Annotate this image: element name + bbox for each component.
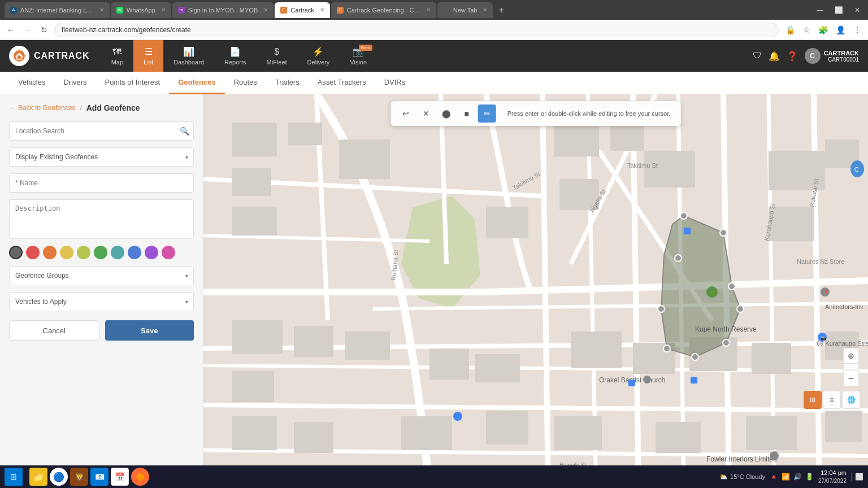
tray-icon1[interactable]: 🔺 bbox=[770, 473, 778, 481]
color-swatch-blue[interactable] bbox=[128, 246, 141, 259]
taskbar-app6[interactable]: 🔶 bbox=[131, 468, 149, 486]
tab-anz[interactable]: A ANZ: Internet Banking Log On ✕ bbox=[5, 2, 110, 18]
color-swatch-lime[interactable] bbox=[77, 246, 90, 259]
forward-button[interactable]: → bbox=[21, 23, 34, 37]
save-button[interactable]: Save bbox=[105, 320, 194, 341]
handle-mr[interactable] bbox=[728, 283, 735, 290]
circle-tool-button[interactable]: ⬤ bbox=[437, 104, 455, 123]
color-swatch-pink[interactable] bbox=[162, 246, 175, 259]
layers-button[interactable]: ⊞ bbox=[804, 391, 822, 409]
nav-item-map[interactable]: 🗺 Map bbox=[101, 40, 133, 72]
tray-battery[interactable]: 🔋 bbox=[805, 473, 814, 481]
tab-cartrack[interactable]: C Cartrack ✕ bbox=[275, 2, 330, 18]
polygon-tool-button[interactable]: ✏ bbox=[478, 104, 496, 123]
name-input[interactable] bbox=[9, 173, 194, 193]
globe-button[interactable]: 🌐 bbox=[842, 391, 860, 409]
sub-nav-trailers[interactable]: Trailers bbox=[266, 72, 309, 94]
taskbar-chrome[interactable]: 🔵 bbox=[50, 468, 68, 486]
cancel-button[interactable]: Cancel bbox=[9, 320, 99, 341]
tray-volume[interactable]: 🔊 bbox=[793, 473, 802, 481]
my-location-button[interactable]: ⊕ bbox=[843, 348, 859, 364]
tray-wifi[interactable]: 📶 bbox=[782, 473, 790, 481]
tab-close-cartrack[interactable]: ✕ bbox=[320, 7, 324, 13]
taskbar-app3[interactable]: 🦁 bbox=[70, 468, 88, 486]
sub-nav-drivers[interactable]: Drivers bbox=[54, 72, 96, 94]
taskbar-outlook[interactable]: 📧 bbox=[90, 468, 108, 486]
color-swatch-orange[interactable] bbox=[43, 246, 57, 259]
menu-button[interactable]: ≡ bbox=[823, 391, 841, 409]
show-desktop-button[interactable]: ⬜ bbox=[851, 473, 863, 481]
close-button[interactable]: ✕ bbox=[851, 5, 863, 15]
color-swatch-gray[interactable] bbox=[9, 246, 23, 259]
search-button[interactable]: 🔍 bbox=[180, 127, 189, 136]
color-swatch-teal[interactable] bbox=[111, 246, 124, 259]
back-button[interactable]: ← bbox=[5, 23, 17, 37]
sub-nav-points-of-interest[interactable]: Points of Interest bbox=[96, 72, 170, 94]
sub-nav-asset-trackers[interactable]: Asset Trackers bbox=[309, 72, 375, 94]
nav-item-dashboard[interactable]: 📊 Dashboard bbox=[163, 40, 214, 72]
tab-close-anz[interactable]: ✕ bbox=[99, 7, 104, 13]
display-geofences-select[interactable]: Display Existing Geofences bbox=[9, 147, 194, 167]
geofence-groups-select[interactable]: Geofence Groups bbox=[9, 266, 194, 285]
handle-r[interactable] bbox=[737, 306, 744, 312]
help-icon[interactable]: ❓ bbox=[787, 51, 798, 62]
notification-icon[interactable]: 🔔 bbox=[769, 51, 780, 62]
back-to-geofences-link[interactable]: ← Back to Geofences bbox=[9, 104, 75, 112]
profile-icon[interactable]: 👤 bbox=[834, 23, 848, 37]
handle-tr[interactable] bbox=[720, 229, 727, 236]
nav-item-vision[interactable]: Beta 📷 Vision bbox=[340, 40, 377, 72]
user-info[interactable]: C CARTRACK CART00001 bbox=[805, 48, 859, 64]
tab-close-cartrack-geo[interactable]: ✕ bbox=[426, 7, 431, 13]
sub-nav-dvirs[interactable]: DVIRs bbox=[375, 72, 415, 94]
extensions-icon[interactable]: 🧩 bbox=[816, 23, 830, 37]
undo-button[interactable]: ↩ bbox=[397, 104, 415, 123]
taskbar-clock[interactable]: 12:04 pm 27/07/2022 bbox=[818, 469, 847, 484]
location-search-input[interactable] bbox=[9, 121, 194, 141]
clear-icon: ✕ bbox=[423, 109, 429, 118]
color-swatch-green[interactable] bbox=[94, 246, 107, 259]
clear-button[interactable]: ✕ bbox=[417, 104, 435, 123]
browser-menu-icon[interactable]: ⋮ bbox=[851, 23, 863, 37]
location-search-container: 🔍 bbox=[9, 121, 194, 141]
tab-whatsapp[interactable]: W WhatsApp ✕ bbox=[111, 2, 171, 18]
security-icon[interactable]: 🛡 bbox=[753, 51, 762, 61]
handle-bm[interactable] bbox=[692, 354, 698, 360]
color-swatch-yellow[interactable] bbox=[60, 246, 73, 259]
minimize-button[interactable]: — bbox=[813, 5, 827, 15]
star-icon[interactable]: ☆ bbox=[801, 23, 813, 37]
restore-button[interactable]: ⬜ bbox=[831, 5, 847, 15]
handle-tl[interactable] bbox=[680, 212, 687, 219]
nav-item-delivery[interactable]: ⚡ Delivery bbox=[297, 40, 340, 72]
nav-item-mifleet[interactable]: $ MiFleet bbox=[257, 40, 297, 72]
taskbar-calendar[interactable]: 📅 bbox=[111, 468, 129, 486]
tab-close-whatsapp[interactable]: ✕ bbox=[161, 7, 166, 13]
tab-close-myob[interactable]: ✕ bbox=[263, 7, 268, 13]
handle-ml[interactable] bbox=[675, 255, 682, 262]
color-swatch-purple[interactable] bbox=[145, 246, 158, 259]
nav-item-list[interactable]: ☰ List bbox=[133, 40, 163, 72]
nav-item-reports[interactable]: 📄 Reports bbox=[214, 40, 257, 72]
new-tab-button[interactable]: + bbox=[494, 5, 508, 15]
zoom-out-button[interactable]: − bbox=[843, 371, 859, 386]
tab-new-tab[interactable]: New Tab ✕ bbox=[437, 2, 493, 18]
start-button[interactable]: ⊞ bbox=[5, 468, 23, 486]
sub-nav-routes[interactable]: Routes bbox=[225, 72, 266, 94]
tab-myob[interactable]: m Sign in to MYOB - MYOB ✕ bbox=[172, 2, 274, 18]
vehicles-to-apply-select[interactable]: Vehicles to Apply bbox=[9, 292, 194, 311]
color-swatch-red[interactable] bbox=[26, 246, 40, 259]
sub-nav-vehicles[interactable]: Vehicles bbox=[9, 72, 54, 94]
tab-cartrack-geo[interactable]: C Cartrack Geofencing - Cartrack™ ✕ bbox=[331, 2, 436, 18]
description-input[interactable] bbox=[9, 199, 194, 239]
sub-nav-geofences[interactable]: Geofences bbox=[169, 72, 224, 94]
address-bar-row: ← → ↻ 🔒 ☆ 🧩 👤 ⋮ bbox=[0, 20, 868, 40]
rectangle-tool-button[interactable]: ■ bbox=[458, 104, 476, 123]
taskbar-file-explorer[interactable]: 📁 bbox=[29, 468, 47, 486]
handle-br[interactable] bbox=[723, 339, 730, 346]
handle-l[interactable] bbox=[658, 306, 665, 312]
map-toolbar: ↩ ✕ ⬤ ■ ✏ Press enter or double-click wh… bbox=[391, 101, 681, 126]
address-input[interactable] bbox=[54, 23, 779, 37]
handle-bl[interactable] bbox=[663, 345, 670, 352]
refresh-button[interactable]: ↻ bbox=[38, 23, 50, 37]
map-area[interactable]: Ngake St Takitimu St Takitimu St Rukutai… bbox=[203, 94, 868, 488]
tab-close-new[interactable]: ✕ bbox=[483, 7, 487, 13]
